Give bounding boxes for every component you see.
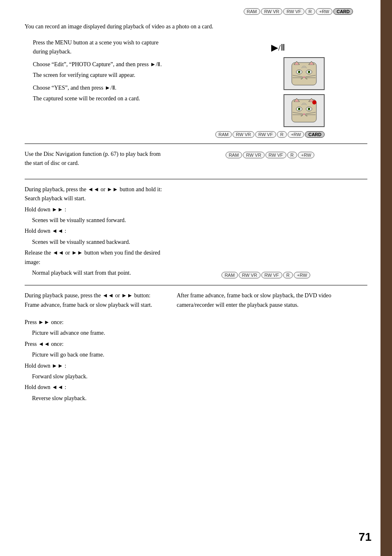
badge-rw-vf: RW VF [283,8,304,15]
badge-r: R [305,8,315,15]
svg-point-24 [308,108,310,110]
section4-holdFF: Hold down ►► : [25,361,164,371]
badge-+rw: +RW [288,131,304,138]
badge-rw-vf: RW VF [255,131,276,138]
section3-release-desc: Normal playback will start from that poi… [32,269,164,278]
section4-holdRew: Hold down ◄◄ : [25,383,164,392]
badge-rw-vf: RW VF [265,152,286,158]
step2: Choose “Edit”, “PHOTO Capture”, and then… [33,60,164,80]
section3: During playback, press the ◄◄ or ►► butt… [25,185,367,280]
section1: Press the MENU button at a scene you wis… [25,38,367,138]
divider3 [25,285,367,285]
badge-card: CARD [333,8,353,15]
cat-image-2 [288,97,321,124]
section3-text: During playback, press the ◄◄ or ►► butt… [25,185,164,280]
badge-card: CARD [305,131,325,138]
svg-point-32 [312,100,316,104]
section3-badges: RAMRW VRRW VFR+RW [226,152,315,158]
divider2 [25,179,367,179]
step3: Choose “YES”, and then press ►/Ⅱ. The ca… [33,83,164,104]
svg-point-23 [298,108,300,110]
section4-badges-display: RAMRW VRRW VFR+RW [221,272,311,278]
svg-point-8 [308,71,310,73]
svg-point-10 [309,71,310,72]
section2-para: Use the Disc Navigation function (p. 67)… [25,150,164,168]
badge-r: R [287,152,297,158]
section4-pressRew: Press ◄◄ once: [25,340,164,349]
section1-right: ▶/Ⅱ [173,38,367,138]
badge-ram: RAM [221,272,238,278]
section1-left: Press the MENU button at a scene you wis… [25,38,164,138]
badge-rw-vr: RW VR [233,131,254,138]
badge-rw-vr: RW VR [261,8,282,15]
section4-holdRew-desc: Reverse slow playback. [32,394,164,403]
section4-intro: During playback pause, press the ◄◄ or ►… [25,291,164,310]
play-pause-symbol: ▶/Ⅱ [271,42,285,53]
page-number: 71 [359,531,371,544]
side-bar [380,0,392,556]
section4-right: After frame advance, frame back or slow … [177,291,367,405]
badge-+rw: +RW [294,272,311,278]
section4-left: During playback pause, press the ◄◄ or ►… [25,291,164,405]
page-container: RAMRW VRRW VFR+RWCARD You can record an … [0,0,392,556]
badge-rw-vf: RW VF [261,272,282,278]
section3-intro: During playback, press the ◄◄ or ►► butt… [25,185,164,204]
section4-holdFF-desc: Forward slow playback. [32,372,164,381]
section4-pressFF: Press ►► once: [25,318,164,327]
step1: Press the MENU button at a scene you wis… [33,38,164,57]
svg-point-26 [309,108,310,109]
svg-point-25 [299,108,300,109]
badge-+rw: +RW [316,8,333,15]
section2-badge-area: RAMRW VRRW VFR+RW [173,150,367,170]
section4: During playback pause, press the ◄◄ or ►… [25,291,367,405]
section3-holdFF: Hold down ►► : [25,205,164,214]
thumb1 [284,57,325,90]
top-badges: RAMRW VRRW VFR+RWCARD [244,8,353,15]
badge-r: R [277,131,287,138]
intro-text: You can record an image displayed during… [25,22,367,31]
section3-holdRew: Hold down ◄◄ : [25,227,164,236]
svg-point-9 [299,71,300,72]
badge-ram: RAM [226,152,242,158]
svg-point-7 [298,71,300,73]
top-badge-row: RAMRW VRRW VFR+RWCARD [25,8,367,15]
section2: Use the Disc Navigation function (p. 67)… [25,150,367,170]
badge-+rw: +RW [298,152,315,158]
thumbnails: RAMRW VRRW VFR+RWCARD [215,57,325,138]
badge-rw-vr: RW VR [243,152,264,158]
thumb2 [284,94,325,127]
cat-image-1 [288,60,321,87]
section4-pressFF-desc: Picture will advance one frame. [32,329,164,338]
section3-badge-area [173,185,367,280]
section2-text: Use the Disc Navigation function (p. 67)… [25,150,164,170]
badge-ram: RAM [215,131,232,138]
badge-ram: RAM [244,8,260,15]
badge-rw-vr: RW VR [239,272,260,278]
section3-release: Release the ◄◄ or ►► button when you fin… [25,248,164,267]
badge-r: R [283,272,293,278]
section4-pressRew-desc: Picture will go back one frame. [32,350,164,359]
section3-holdFF-desc: Scenes will be visually scanned forward. [32,216,164,225]
section4-right-text: After frame advance, frame back or slow … [177,291,367,310]
divider1 [25,144,367,144]
section3-holdRew-desc: Scenes will be visually scanned backward… [32,238,164,247]
section2-badges: RAMRW VRRW VFR+RWCARD [215,131,325,138]
